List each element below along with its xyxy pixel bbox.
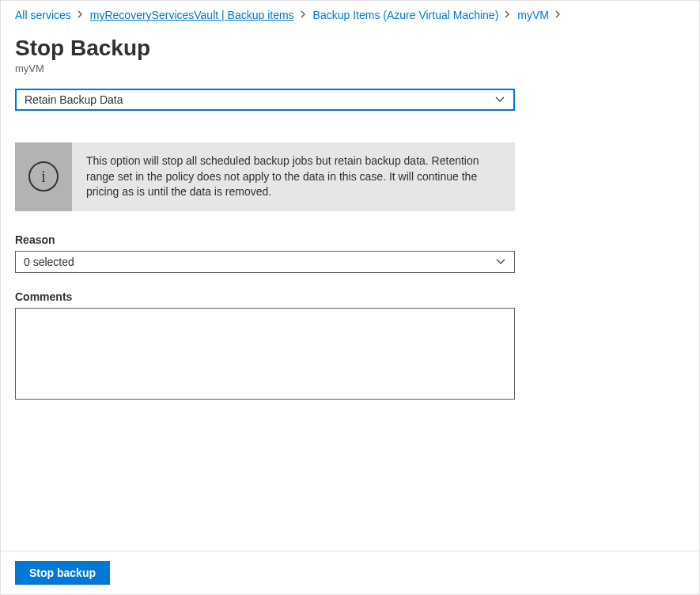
page-title: Stop Backup [15,36,685,61]
chevron-right-icon [301,9,307,21]
breadcrumb: All services myRecoveryServicesVault | B… [1,1,699,29]
info-icon: i [28,161,59,191]
breadcrumb-link-all-services[interactable]: All services [15,9,71,21]
page-header: Stop Backup myVM [1,29,699,89]
reason-dropdown[interactable]: 0 selected [15,251,515,273]
stop-backup-button[interactable]: Stop backup [15,561,110,585]
breadcrumb-link-myvm[interactable]: myVM [517,9,549,21]
info-box: i This option will stop all scheduled ba… [15,142,515,211]
chevron-down-icon [494,94,505,105]
page-subtitle: myVM [15,63,685,74]
chevron-down-icon [495,256,506,267]
info-text: This option will stop all scheduled back… [72,142,515,211]
backup-option-dropdown[interactable]: Retain Backup Data [15,89,515,111]
info-icon-container: i [15,142,72,211]
footer: Stop backup [1,551,699,594]
chevron-right-icon [505,9,511,21]
backup-option-value: Retain Backup Data [25,93,123,106]
breadcrumb-link-backup-items[interactable]: Backup Items (Azure Virtual Machine) [313,9,499,21]
chevron-right-icon [78,9,84,21]
breadcrumb-link-vault[interactable]: myRecoveryServicesVault | Backup items [90,9,294,21]
comments-label: Comments [15,290,685,303]
reason-label: Reason [15,233,685,246]
reason-value: 0 selected [24,256,74,268]
comments-textarea[interactable] [15,308,515,400]
chevron-right-icon [555,9,562,21]
